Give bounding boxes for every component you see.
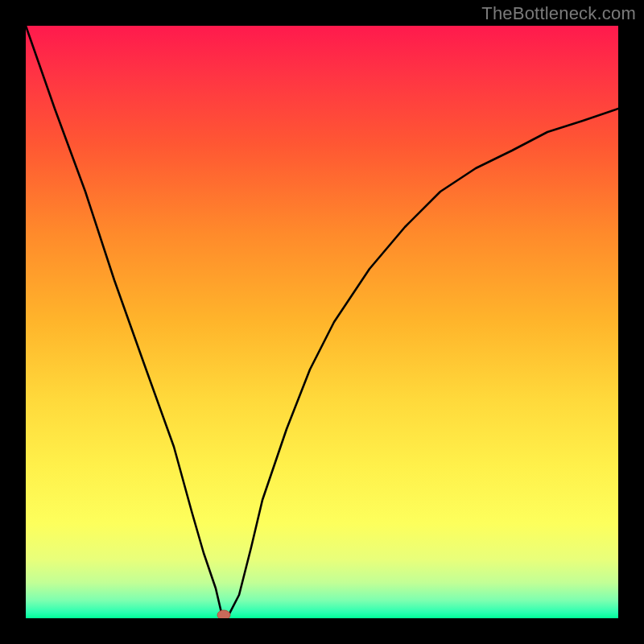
- plot-area: [26, 26, 618, 618]
- watermark-label: TheBottleneck.com: [481, 3, 636, 24]
- chart-frame: TheBottleneck.com: [0, 0, 644, 644]
- bottleneck-curve: [26, 26, 618, 618]
- curve-path: [26, 26, 618, 618]
- minimum-marker: [217, 610, 230, 618]
